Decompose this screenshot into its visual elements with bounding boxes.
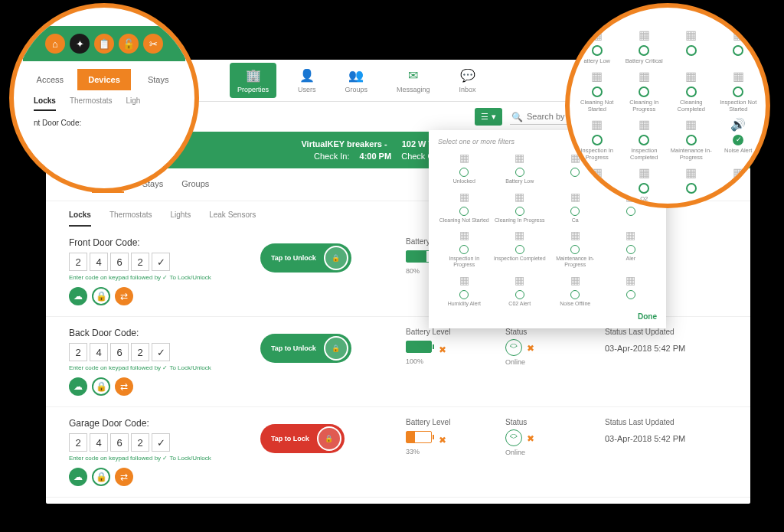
filter-option[interactable]: ▦: [668, 26, 714, 64]
filter-option-label: Inspection In Progress: [574, 147, 620, 161]
cloud-icon[interactable]: ☁: [69, 377, 87, 396]
subtab-locks[interactable]: Locks: [34, 96, 56, 111]
filter-option-icon: ▦: [574, 116, 620, 132]
filter-option[interactable]: ▦: [716, 26, 762, 64]
code-digit: 2: [131, 433, 149, 452]
lock-title: Front Door Code:: [69, 237, 253, 248]
filter-option-label: Maintenance In-Progress: [549, 256, 602, 267]
lock-title: Back Door Code:: [69, 328, 253, 338]
radio-icon: [515, 168, 524, 177]
filter-option[interactable]: ▦C02 Alert: [494, 273, 547, 307]
filter-option[interactable]: ▦Inspection Not Started: [716, 67, 762, 113]
code-digit: 2: [131, 253, 149, 271]
filter-option[interactable]: ▦Unlocked: [438, 150, 491, 184]
tab-stays[interactable]: Stays: [131, 69, 185, 90]
filter-option[interactable]: ▦Maintenance In-Progress: [549, 227, 602, 267]
filter-option[interactable]: ▦: [605, 273, 658, 307]
magnified-right: ▦attery Low▦Battery Critical▦▦▦Cleaning …: [565, 3, 770, 208]
radio-icon: [570, 290, 580, 299]
group-icon: 👥: [348, 67, 364, 83]
sync-icon[interactable]: ⇄: [115, 377, 133, 396]
filter-option[interactable]: ▦Battery Critical: [622, 26, 668, 64]
radio-icon: [686, 183, 697, 194]
filter-option[interactable]: ▦Inspection Completed: [494, 227, 547, 267]
filter-option[interactable]: ▦Cleaning In Progress: [494, 189, 547, 224]
nav-messaging[interactable]: ✉Messaging: [389, 63, 438, 98]
filter-option[interactable]: ▦Battery Low: [494, 150, 547, 184]
filter-option[interactable]: ▦Inspection Completed: [622, 116, 668, 161]
subtab-leak-sensors[interactable]: Leak Sensors: [209, 207, 256, 227]
filter-option-label: Cleaning In Progress: [494, 217, 547, 224]
radio-icon: [639, 135, 649, 145]
tab-devices[interactable]: Devices: [77, 69, 132, 90]
tab-access[interactable]: Access: [23, 69, 77, 90]
filter-option-icon: ▦: [438, 150, 491, 165]
filter-option-icon: ▦: [574, 67, 620, 84]
filter-option[interactable]: ▦Ca: [549, 189, 602, 224]
filter-option[interactable]: ▦Cleaning Not Started: [574, 67, 620, 113]
tap-lock-button[interactable]: Tap to Lock 🔒: [260, 424, 345, 453]
code-label: nt Door Code:: [23, 111, 185, 135]
radio-icon: [459, 290, 469, 299]
subtab-thermostats[interactable]: Thermostats: [109, 207, 152, 227]
radio-icon: [459, 168, 469, 177]
filter-option-label: Humidity Alert: [438, 301, 491, 307]
filter-option-icon: ▦: [494, 189, 547, 204]
buildings-icon: 🏢: [246, 67, 261, 83]
filter-option-icon: ▦: [549, 227, 602, 243]
nav-groups[interactable]: 👥Groups: [338, 63, 376, 98]
filter-option-icon: ▦: [668, 67, 714, 84]
filter-option[interactable]: ▦Inspection In Progress: [574, 116, 620, 161]
tap-lock-button[interactable]: Tap to Unlock 🔒: [260, 334, 351, 363]
sync-icon[interactable]: ⇄: [115, 287, 133, 305]
filter-option[interactable]: ▦Humidity Alert: [438, 273, 491, 307]
updated-time: 03-Apr-2018 5:42 PM: [605, 434, 727, 443]
nav-properties[interactable]: 🏢Properties: [230, 63, 276, 98]
code-digit: 2: [69, 253, 87, 271]
lock-title: Garage Door Code:: [69, 418, 253, 429]
radio-icon: [733, 45, 743, 56]
subtab-locks[interactable]: Locks: [69, 207, 91, 227]
filter-option[interactable]: ▦Inspection In Progress: [438, 227, 491, 267]
search-icon: 🔍: [511, 112, 523, 122]
filter-option[interactable]: ▦Cleaning Completed: [668, 67, 714, 113]
tab-groups[interactable]: Groups: [181, 176, 209, 193]
radio-icon: [626, 207, 635, 216]
subtab-lights[interactable]: Ligh: [126, 96, 140, 111]
filter-option[interactable]: ▦O2: [622, 164, 668, 202]
lock-icon[interactable]: 🔒: [92, 287, 110, 305]
sync-icon[interactable]: ⇄: [115, 468, 133, 486]
cloud-icon[interactable]: ☁: [69, 468, 87, 486]
filter-option[interactable]: ▦: [668, 164, 714, 202]
lock-icon[interactable]: 🔒: [92, 468, 110, 486]
filter-option-icon: ▦: [438, 189, 491, 204]
filter-option-label: Unlocked: [438, 178, 491, 184]
battery-icon: [406, 431, 432, 443]
filter-option[interactable]: ▦Cleaning Not Started: [438, 189, 491, 224]
radio-icon: [570, 245, 580, 254]
filter-option[interactable]: ▦attery Low: [574, 26, 620, 64]
subtab-thermostats[interactable]: Thermostats: [70, 96, 113, 111]
radio-icon: [639, 45, 649, 56]
cloud-icon[interactable]: ☁: [69, 287, 87, 305]
done-button[interactable]: Done: [438, 312, 657, 321]
radio-icon: [570, 168, 580, 177]
nav-label: Groups: [345, 86, 368, 93]
nav-inbox[interactable]: 💬Inbox: [452, 63, 484, 98]
nav-users[interactable]: 👤Users: [290, 63, 324, 98]
filter-option[interactable]: ▦Maintenance In-Progress: [668, 116, 714, 161]
filter-option[interactable]: 🔊Noise Alert: [716, 116, 762, 161]
nav-label: Inbox: [459, 86, 476, 93]
subtab-lights[interactable]: Lights: [170, 207, 191, 227]
filter-option[interactable]: ▦Cleaning In Progress: [622, 67, 668, 113]
property-name: VirtualKEY breakers -: [301, 139, 387, 149]
status-text: Online: [505, 449, 597, 456]
lock-card: Back Door Code: 2462✓ Enter code on keyp…: [46, 317, 750, 407]
mini-toolbar: ⌂ ✦ 📋 🔓 ✂: [23, 26, 185, 61]
filter-option-icon: ▦: [574, 26, 620, 43]
filter-option[interactable]: ▦Noise Offline: [549, 273, 602, 307]
filter-option[interactable]: ▦Aler: [605, 227, 658, 267]
filter-button[interactable]: ☰ ▾: [475, 108, 502, 126]
tap-lock-button[interactable]: Tap to Unlock 🔒: [260, 243, 351, 273]
lock-icon[interactable]: 🔒: [92, 377, 110, 396]
